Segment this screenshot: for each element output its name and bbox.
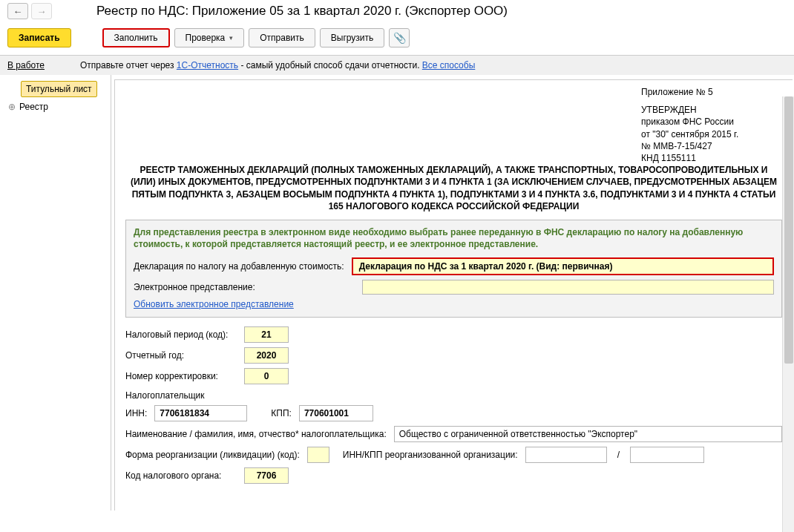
arrow-left-icon: ← [13,6,23,17]
meta-num: № ММВ-7-15/427 [641,140,782,152]
slash-separator: / [617,450,620,460]
back-button[interactable]: ← [7,3,28,19]
kpp-label: КПП: [271,408,292,418]
meta-order: приказом ФНС России [641,116,782,128]
inn-label: ИНН: [125,408,147,418]
eref-field[interactable] [362,280,774,295]
decl-select[interactable]: Декларация по НДС за 1 квартал 2020 г. (… [352,257,774,275]
check-button[interactable]: Проверка ▾ [174,28,245,47]
expand-icon[interactable]: ⊕ [7,102,16,111]
taxpayer-heading: Налогоплательщик [125,390,782,401]
name-label: Наименование / фамилия, имя, отчество* н… [125,429,387,439]
taxpayer-name-field[interactable]: Общество с ограниченной ответственностью… [394,426,782,442]
taxorg-field[interactable]: 7706 [244,467,289,484]
status-label[interactable]: В работе [7,60,45,70]
hint-text: Отправьте отчет через 1С-Отчетность - са… [80,60,475,70]
meta-block: Приложение № 5 УТВЕРЖДЕН приказом ФНС Ро… [641,86,782,164]
taxorg-label: Код налогового органа: [125,470,237,481]
export-button[interactable]: Выгрузить [320,28,385,47]
year-label: Отчетный год: [125,350,237,361]
refresh-eref-link[interactable]: Обновить электронное представление [134,299,294,309]
forward-button[interactable]: → [31,3,52,19]
eref-label: Электронное представление: [134,282,355,292]
one-c-reporting-link[interactable]: 1С-Отчетность [177,60,238,70]
tree-item-title-page[interactable]: Титульный лист [21,81,97,97]
meta-approved: УТВЕРЖДЕН [641,104,782,116]
reorg-inn-label: ИНН/КПП реорганизованной организации: [343,450,518,460]
sidebar: Титульный лист ⊕ Реестр [0,75,111,510]
meta-appendix: Приложение № 5 [641,86,782,98]
period-field[interactable]: 21 [244,326,289,343]
chevron-down-icon: ▾ [229,34,233,42]
write-button[interactable]: Записать [7,28,71,47]
all-ways-link[interactable]: Все способы [422,60,476,70]
declaration-panel: Для представления реестра в электронном … [125,220,782,318]
kpp-field[interactable]: 770601001 [299,405,373,421]
vertical-scrollbar[interactable] [782,96,794,510]
fill-button[interactable]: Заполнить [102,28,170,47]
corr-field[interactable]: 0 [244,368,289,384]
meta-knd: КНД 1155111 [641,152,782,164]
panel-notice: Для представления реестра в электронном … [134,226,774,250]
period-label: Налоговый период (код): [125,329,237,340]
content-area: Приложение № 5 УТВЕРЖДЕН приказом ФНС Ро… [114,79,793,510]
registry-long-title: РЕЕСТР ТАМОЖЕННЫХ ДЕКЛАРАЦИЙ (ПОЛНЫХ ТАМ… [125,164,782,212]
corr-label: Номер корректировки: [125,371,237,381]
page-title: Реестр по НДС: Приложение 05 за 1 кварта… [96,4,508,19]
arrow-right-icon: → [37,6,47,17]
send-button[interactable]: Отправить [249,28,315,47]
inn-field[interactable]: 7706181834 [154,405,247,421]
reorg-inn-field[interactable] [525,447,607,463]
scroll-thumb[interactable] [784,96,793,364]
meta-date: от "30" сентября 2015 г. [641,128,782,140]
check-button-label: Проверка [186,33,226,43]
reorg-kpp-field[interactable] [630,447,704,463]
decl-label: Декларация по налогу на добавленную стои… [134,261,344,272]
tree-item-registry[interactable]: Реестр [19,102,48,112]
reorg-code-field[interactable] [307,447,329,463]
year-field[interactable]: 2020 [244,347,289,364]
attach-button[interactable]: 📎 [389,28,410,47]
reorg-label: Форма реорганизации (ликвидации) (код): [125,450,300,460]
paperclip-icon: 📎 [393,32,406,44]
